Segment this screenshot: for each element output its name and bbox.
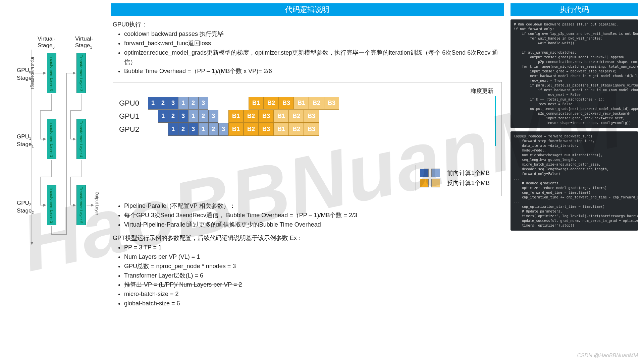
bwd-cell: B3 xyxy=(324,97,339,110)
code-block-1: # Run cooldown backward passes (flush ou… xyxy=(511,19,638,128)
mid-header: 代码逻辑说明 xyxy=(111,3,504,16)
bwd-cell: B1 xyxy=(228,110,244,123)
section-params: GPT模型运行示例的参数配置，后续代码逻辑说明基于该示例参数 Ex： PP = … xyxy=(113,234,502,308)
s3-b2: Num Layers per VP (VL) = 1 xyxy=(124,252,502,262)
legend: 前向计算1个MB 反向计算1个MB xyxy=(416,165,494,191)
page-root: Virtual-Stage0 Virtual-Stage1 GPU0Stage0… xyxy=(0,0,644,362)
s3-b1: PP = 3 TP = 1 xyxy=(124,243,502,252)
s1-b3: optimizer.reduce_model_grads更新模型的梯度，opti… xyxy=(124,48,502,67)
s3-b4: Transformer Layer层数(L) = 6 xyxy=(124,271,502,281)
middle-column: 代码逻辑说明 GPU0执行： cooldown backward passes … xyxy=(111,3,504,359)
s3-title: GPT模型运行示例的参数配置，后续代码逻辑说明基于该示例参数 Ex： xyxy=(113,234,502,243)
row-label-gpu0: GPU0 xyxy=(119,99,148,108)
fwd-cell: 2 xyxy=(188,97,198,110)
footer-watermark: CSDN @HaoBBNuanMM xyxy=(577,353,638,359)
fwd-cell: 1 xyxy=(148,97,158,110)
bwd-cell: B3 xyxy=(304,123,319,136)
s2-b2: 每个GPU 3次Send 3sendRecv通信， Bubble Time Ov… xyxy=(124,211,502,220)
section-gpu0: GPU0执行： cooldown backward passes 执行完毕 fo… xyxy=(113,20,502,76)
fwd-cell: 2 xyxy=(178,123,188,136)
flow-arrows xyxy=(3,3,104,251)
s3-b6: micro-batch-size = 2 xyxy=(124,290,502,299)
schedule-chart: 梯度更新 GPU0 1 2 3 1 2 3 B1 B2 B3 B1 B2 xyxy=(113,82,502,196)
fwd-cell: 1 xyxy=(158,110,168,123)
bwd-cell: B2 xyxy=(289,123,304,136)
row-label-gpu1: GPU1 xyxy=(119,112,148,121)
bwd-cell: B2 xyxy=(244,110,259,123)
fwd-cell: 2 xyxy=(168,110,178,123)
grad-update-line xyxy=(495,96,496,146)
bwd-cell: B1 xyxy=(274,110,289,123)
fwd-cell: 1 xyxy=(188,110,198,123)
fwd-cell: 3 xyxy=(208,110,218,123)
right-header: 执行代码 xyxy=(511,3,638,16)
s2-b1: Pipeline-Parallel (不配置VP 相关参数）： xyxy=(124,201,502,211)
s1-b1: cooldown backward passes 执行完毕 xyxy=(124,29,502,39)
fwd-cell: 2 xyxy=(208,123,218,136)
bwd-cell: B2 xyxy=(309,97,324,110)
sched-row-gpu1: GPU1 1 2 3 1 2 3 B1 B2 B3 B1 B2 B3 xyxy=(119,110,495,123)
bwd-cell: B1 xyxy=(228,123,244,136)
bwd-cell: B3 xyxy=(279,97,294,110)
sched-row-gpu2: GPU2 1 2 3 1 2 3 B1 B2 B3 B1 B2 B3 xyxy=(119,123,495,136)
fwd-cell: 3 xyxy=(188,123,198,136)
bwd-cell: B3 xyxy=(259,110,274,123)
s3-b3: GPU总数 = nproc_per_node * nnodes = 3 xyxy=(124,262,502,271)
fwd-cell: 1 xyxy=(168,123,178,136)
s1-b4: Bubble Time Overhead =（PP – 1)/(MB个数 x V… xyxy=(124,67,502,76)
legend-fwd: 前向计算1个MB xyxy=(447,169,490,177)
fwd-cell: 1 xyxy=(178,97,188,110)
grad-update-label: 梯度更新 xyxy=(471,87,493,95)
fwd-cell: 3 xyxy=(198,97,208,110)
code-block-2: losses_reduced = forward_backward_func( … xyxy=(511,131,638,231)
bwd-cell: B2 xyxy=(289,110,304,123)
row-label-gpu2: GPU2 xyxy=(119,125,148,134)
section-gpu0-title: GPU0执行： xyxy=(113,20,502,29)
s3-b5: 推算出 VP = (L/PP)/ Num Layers per VP = 2 xyxy=(124,280,502,290)
section-pp: Pipeline-Parallel (不配置VP 相关参数）： 每个GPU 3次… xyxy=(113,201,502,230)
fwd-cell: 2 xyxy=(198,110,208,123)
fwd-cell: 2 xyxy=(158,97,168,110)
s3-b7: global-batch-size = 6 xyxy=(124,299,502,308)
fwd-cell: 3 xyxy=(218,123,228,136)
sched-row-gpu0: GPU0 1 2 3 1 2 3 B1 B2 B3 B1 B2 B3 xyxy=(119,97,495,110)
right-column: 执行代码 # Run cooldown backward passes (flu… xyxy=(511,3,638,359)
bwd-cell: B3 xyxy=(259,123,274,136)
fwd-cell: 3 xyxy=(168,97,178,110)
bwd-cell: B2 xyxy=(264,97,279,110)
legend-bwd: 反向计算1个MB xyxy=(447,179,490,187)
pipeline-diagram: Virtual-Stage0 Virtual-Stage1 GPU0Stage0… xyxy=(3,3,104,359)
bwd-cell: B3 xyxy=(304,110,319,123)
s1-b2: forward_backward_func返回loss xyxy=(124,39,502,48)
s2-b3: Virtual-Pipeline-Parallel通过更多的通信换取更少的Bub… xyxy=(124,220,502,230)
bwd-cell: B1 xyxy=(274,123,289,136)
bwd-cell: B2 xyxy=(244,123,259,136)
fwd-cell: 1 xyxy=(198,123,208,136)
fwd-cell: 3 xyxy=(178,110,188,123)
bwd-cell: B1 xyxy=(294,97,309,110)
bwd-cell: B1 xyxy=(249,97,264,110)
